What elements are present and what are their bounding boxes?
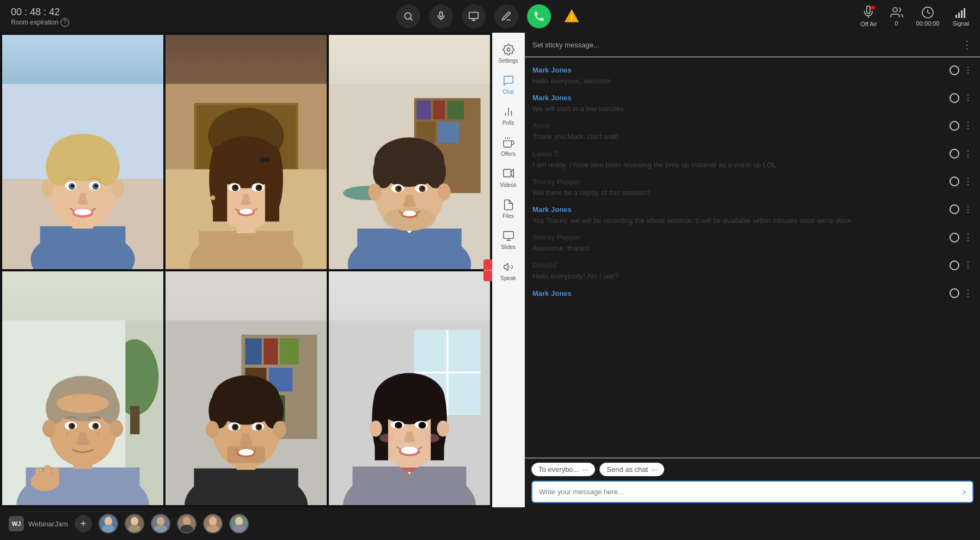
message-more-button[interactable]: ⋮ xyxy=(964,288,972,299)
svg-point-184 xyxy=(183,517,191,526)
message-item: Anne ⋮ Thank you Mark, can't wait! xyxy=(525,117,980,145)
avatar-3[interactable] xyxy=(151,514,170,533)
message-more-button[interactable]: ⋮ xyxy=(964,93,972,103)
message-sender: Lewis T. xyxy=(532,150,560,158)
screen-tool-button[interactable] xyxy=(462,4,486,28)
svg-rect-62 xyxy=(433,100,445,119)
svg-rect-169 xyxy=(503,169,511,177)
avatar-6[interactable] xyxy=(229,514,249,533)
message-input[interactable] xyxy=(539,488,963,496)
sidebar-item-offers[interactable]: Offers xyxy=(492,132,525,161)
send-as-chat-label: Send as chat xyxy=(607,465,648,474)
svg-point-47 xyxy=(209,145,226,212)
sidebar-item-settings[interactable]: Settings xyxy=(492,39,525,68)
message-select[interactable] xyxy=(950,177,959,186)
main-area: ⋮ Settings Chat xyxy=(0,33,980,507)
message-more-button[interactable]: ⋮ xyxy=(964,204,972,215)
avatar-4[interactable] xyxy=(177,514,197,533)
sidebar-icons: Settings Chat Polls Offers xyxy=(492,33,525,507)
message-text: Hello everyone, welcome xyxy=(532,76,972,86)
message-select[interactable] xyxy=(950,260,959,270)
svg-rect-19 xyxy=(40,226,126,269)
message-item: Trecey Pepper ⋮ Will there be a replay o… xyxy=(525,173,980,201)
video-cell-4 xyxy=(2,271,163,506)
svg-point-100 xyxy=(57,393,109,412)
svg-point-159 xyxy=(401,446,418,454)
avatar-5[interactable] xyxy=(203,514,223,533)
message-select[interactable] xyxy=(950,288,959,298)
call-tool-button[interactable] xyxy=(527,4,551,28)
svg-rect-15 xyxy=(964,8,965,18)
svg-point-29 xyxy=(71,185,74,187)
chat-input-area: To everybо... ··· Send as chat ··· › xyxy=(525,458,980,507)
polls-label: Polls xyxy=(503,120,514,126)
sticky-bar: Set sticky message... ⋮ xyxy=(525,33,980,57)
message-select[interactable] xyxy=(950,65,959,75)
svg-point-150 xyxy=(370,420,382,436)
message-sender: Mark Jones xyxy=(532,205,572,214)
video-grid: ⋮ xyxy=(0,33,492,507)
message-text: Thank you Mark, can't wait! xyxy=(532,132,972,142)
message-select[interactable] xyxy=(950,93,959,103)
send-as-chat-button[interactable]: Send as chat ··· xyxy=(599,463,664,476)
message-sender: Anne xyxy=(532,122,550,130)
avatar-1[interactable] xyxy=(99,514,118,533)
svg-point-108 xyxy=(95,424,97,427)
send-arrow-button[interactable]: › xyxy=(963,486,966,497)
svg-rect-4 xyxy=(469,13,479,19)
message-select[interactable] xyxy=(950,204,959,214)
svg-rect-13 xyxy=(958,13,960,18)
side-menu-button[interactable]: ⋮ xyxy=(483,259,492,281)
search-tool-button[interactable] xyxy=(396,4,420,28)
message-more-button[interactable]: ⋮ xyxy=(964,177,972,187)
svg-rect-93 xyxy=(44,465,51,486)
sidebar-item-polls[interactable]: Polls xyxy=(492,101,525,130)
svg-point-160 xyxy=(379,434,394,442)
bottom-bar: WJ WebinarJam + xyxy=(0,507,980,540)
message-more-button[interactable]: ⋮ xyxy=(964,149,972,159)
svg-point-148 xyxy=(372,386,387,453)
video-cell-1 xyxy=(2,35,163,269)
svg-point-48 xyxy=(266,145,283,212)
svg-rect-94 xyxy=(52,467,59,486)
message-more-button[interactable]: ⋮ xyxy=(964,232,972,242)
svg-rect-65 xyxy=(438,122,459,143)
svg-rect-119 xyxy=(194,468,298,505)
message-more-button[interactable]: ⋮ xyxy=(964,120,972,131)
sidebar-item-speak[interactable]: Speak xyxy=(492,257,525,286)
files-label: Files xyxy=(503,213,514,219)
message-select[interactable] xyxy=(950,233,959,242)
message-select[interactable] xyxy=(950,121,959,131)
warning-tool-button[interactable]: ! xyxy=(560,4,584,28)
clock-indicator: 00:00:00 xyxy=(916,6,940,27)
pen-tool-button[interactable] xyxy=(494,4,518,28)
sidebar-item-slides[interactable]: Slides xyxy=(492,226,525,254)
svg-point-162 xyxy=(507,48,510,51)
mic-tool-button[interactable] xyxy=(429,4,453,28)
add-participant-button[interactable]: + xyxy=(75,515,92,532)
sidebar-panel: Settings Chat Polls Offers xyxy=(492,33,980,507)
svg-rect-2 xyxy=(440,12,443,17)
slides-label: Slides xyxy=(501,244,516,250)
message-select[interactable] xyxy=(950,149,959,159)
sidebar-item-chat[interactable]: Chat xyxy=(492,70,525,99)
message-sender: Trecey Pepper xyxy=(532,178,581,186)
timer: 00 : 48 : 42 xyxy=(11,7,60,18)
messages-list[interactable]: Mark Jones ⋮ Hello everyone, welcome Mar… xyxy=(525,57,980,458)
message-more-button[interactable]: ⋮ xyxy=(964,65,972,75)
to-everybody-button[interactable]: To everybо... ··· xyxy=(531,463,595,476)
svg-point-135 xyxy=(238,448,254,455)
svg-point-101 xyxy=(42,420,56,436)
message-more-button[interactable]: ⋮ xyxy=(964,260,972,270)
sidebar-item-videos[interactable]: Videos xyxy=(492,163,525,192)
avatar-2[interactable] xyxy=(125,514,144,533)
svg-point-157 xyxy=(421,423,424,426)
svg-rect-63 xyxy=(448,100,464,119)
sticky-more-button[interactable]: ⋮ xyxy=(961,38,972,51)
topbar-center: ! xyxy=(396,4,584,28)
svg-rect-41 xyxy=(199,231,293,269)
svg-point-131 xyxy=(234,425,237,428)
help-icon[interactable]: ? xyxy=(60,18,69,27)
svg-point-178 xyxy=(131,517,138,526)
sidebar-item-files[interactable]: Files xyxy=(492,195,525,223)
